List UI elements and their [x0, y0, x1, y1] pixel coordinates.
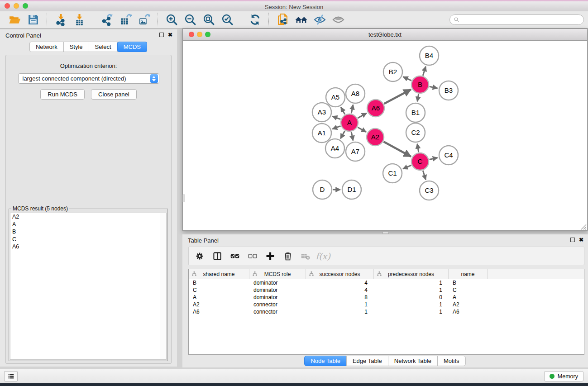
close-panel-icon[interactable]: ✖ [168, 33, 172, 37]
graph-node-A4[interactable]: A4 [325, 139, 344, 158]
graph-node-C4[interactable]: C4 [439, 146, 458, 165]
zoom-selected-button[interactable] [218, 12, 237, 28]
tab-network-table[interactable]: Network Table [388, 356, 438, 366]
task-history-button[interactable] [4, 371, 18, 381]
graph-node-A7[interactable]: A7 [346, 142, 365, 161]
tab-node-table[interactable]: Node Table [304, 356, 347, 366]
eye-slash-button[interactable] [311, 12, 329, 28]
export-table-button[interactable] [116, 12, 135, 28]
run-mcds-button[interactable]: Run MCDS [40, 89, 85, 100]
import-network-button[interactable] [52, 12, 70, 28]
network-canvas[interactable]: B4B2BB3A8A5A6A3B1AA1C2A2A4A7C4CC1C3DD1 [183, 41, 587, 230]
memory-button[interactable]: Memory [544, 371, 583, 381]
graph-node-A5[interactable]: A5 [326, 88, 345, 107]
document-network-button[interactable] [273, 12, 292, 28]
graph-edge-A-A3[interactable] [332, 116, 340, 119]
table-row[interactable]: Bdominator41B [189, 279, 584, 286]
criterion-select[interactable]: largest connected component (directed) [18, 73, 159, 84]
pane-divider-handle[interactable] [182, 195, 185, 202]
graph-node-A3[interactable]: A3 [312, 103, 331, 122]
double-house-button[interactable] [292, 12, 311, 28]
tab-style[interactable]: Style [63, 42, 89, 52]
column-header-mcds-role[interactable]: MCDS role [249, 269, 306, 279]
table-row[interactable]: Cdominator41C [189, 286, 584, 294]
graph-edge-C-C3[interactable] [423, 171, 425, 180]
mcds-result-list[interactable]: A2ABCA6 [10, 213, 167, 360]
graph-node-A1[interactable]: A1 [312, 124, 331, 143]
column-header-predecessor-nodes[interactable]: predecessor nodes [374, 269, 449, 279]
graph-node-D[interactable]: D [313, 180, 332, 199]
trash-button[interactable] [282, 250, 294, 262]
graph-edge-A-A4[interactable] [340, 131, 344, 138]
graph-edge-A-A6[interactable] [358, 113, 366, 118]
column-header-successor-nodes[interactable]: successor nodes [306, 269, 374, 279]
graph-node-A[interactable]: A [341, 114, 358, 131]
tab-motifs[interactable]: Motifs [437, 356, 466, 366]
column-header-shared-name[interactable]: shared name [189, 269, 249, 279]
refresh-button[interactable] [246, 12, 264, 28]
graph-node-C3[interactable]: C3 [420, 181, 439, 200]
graph-edge-C-C1[interactable] [403, 165, 411, 169]
close-panel-button[interactable]: Close panel [91, 89, 137, 100]
graph-node-A2[interactable]: A2 [367, 129, 384, 146]
table-row[interactable]: A2connector11A2 [189, 301, 584, 308]
graph-edge-C-C4[interactable] [429, 157, 437, 159]
result-list-item[interactable]: A6 [10, 243, 166, 251]
graph-edge-A2-C[interactable] [383, 142, 411, 157]
graph-edge-B-B2[interactable] [403, 77, 411, 81]
zoom-out-button[interactable] [181, 12, 200, 28]
graph-edge-B-B3[interactable] [430, 86, 438, 88]
result-list-item[interactable]: C [10, 236, 166, 243]
graph-edge-A-A2[interactable] [358, 127, 366, 132]
graph-edge-B-B4[interactable] [423, 67, 425, 76]
resize-grip[interactable] [580, 223, 587, 230]
graph-node-A6[interactable]: A6 [367, 100, 384, 117]
zoom-in-button[interactable] [163, 12, 181, 28]
float-panel-icon[interactable] [159, 33, 164, 37]
result-list-item[interactable]: A [10, 221, 166, 229]
result-list-item[interactable]: A2 [10, 213, 166, 221]
graph-node-B[interactable]: B [411, 76, 429, 93]
table-row[interactable]: Adominator80A [189, 294, 584, 301]
tab-network[interactable]: Network [29, 42, 64, 52]
graph-edge-A-A5[interactable] [341, 107, 345, 114]
save-floppy-button[interactable] [24, 12, 43, 28]
graph-node-B2[interactable]: B2 [383, 62, 402, 81]
column-header-name[interactable]: name [449, 269, 488, 279]
close-table-panel-icon[interactable]: ✖ [579, 238, 583, 242]
graph-node-C2[interactable]: C2 [406, 123, 425, 142]
graph-node-B4[interactable]: B4 [420, 46, 439, 65]
table-row[interactable]: A6connector11A6 [189, 308, 584, 315]
clear-checks-button[interactable] [246, 250, 258, 262]
open-folder-button[interactable] [5, 12, 24, 28]
add-plus-button[interactable] [264, 250, 276, 262]
tab-mcds[interactable]: MCDS [117, 42, 147, 52]
search-box[interactable] [449, 14, 584, 25]
search-input[interactable] [462, 16, 580, 24]
float-table-panel-icon[interactable] [570, 238, 575, 242]
result-list-item[interactable]: B [10, 228, 166, 236]
graph-edge-B-B1[interactable] [417, 94, 419, 102]
horizontal-divider-handle[interactable] [382, 231, 389, 234]
graph-edge-A-A1[interactable] [332, 126, 340, 129]
graph-edge-A6-B[interactable] [384, 90, 411, 104]
network-window-titlebar[interactable]: testGlobe.txt [183, 29, 587, 41]
zoom-fit-button[interactable] [200, 12, 218, 28]
graph-node-C1[interactable]: C1 [383, 164, 402, 183]
import-table-button[interactable] [70, 12, 89, 28]
graph-node-A8[interactable]: A8 [346, 84, 365, 103]
graph-edge-C-C2[interactable] [417, 144, 419, 152]
tab-edge-table[interactable]: Edge Table [346, 356, 388, 366]
graph-edge-A-A8[interactable] [351, 105, 353, 113]
export-network-button[interactable] [98, 12, 116, 28]
graph-node-D1[interactable]: D1 [342, 180, 361, 199]
tab-select[interactable]: Select [89, 42, 118, 52]
result-list-scrollbar[interactable] [160, 213, 166, 359]
graph-node-C[interactable]: C [411, 153, 429, 170]
graph-edge-A-A7[interactable] [351, 132, 353, 141]
gear-button[interactable] [193, 250, 206, 262]
graph-node-B1[interactable]: B1 [406, 103, 425, 122]
export-image-button[interactable] [135, 12, 153, 28]
select-all-checks-button[interactable] [229, 250, 241, 262]
graph-node-B3[interactable]: B3 [439, 81, 458, 100]
